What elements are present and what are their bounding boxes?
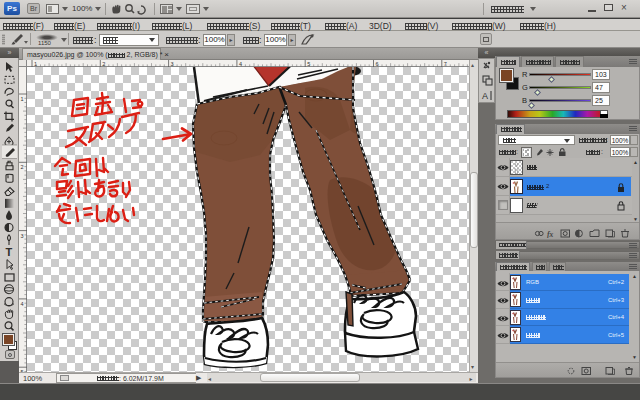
svg-text:1: 1 <box>21 96 24 102</box>
svg-text:6: 6 <box>376 61 379 67</box>
svg-text:5: 5 <box>307 61 310 67</box>
svg-text:4: 4 <box>21 301 24 307</box>
svg-text:fx: fx <box>547 230 553 238</box>
svg-text:2: 2 <box>21 164 24 170</box>
svg-text:3: 3 <box>21 233 24 239</box>
svg-text:1: 1 <box>34 61 37 67</box>
svg-text:A: A <box>482 91 488 101</box>
svg-text:4: 4 <box>239 61 242 67</box>
svg-text:7: 7 <box>444 61 447 67</box>
svg-text:2: 2 <box>102 61 105 67</box>
svg-text:T: T <box>6 246 13 258</box>
svg-text:3: 3 <box>171 61 174 67</box>
